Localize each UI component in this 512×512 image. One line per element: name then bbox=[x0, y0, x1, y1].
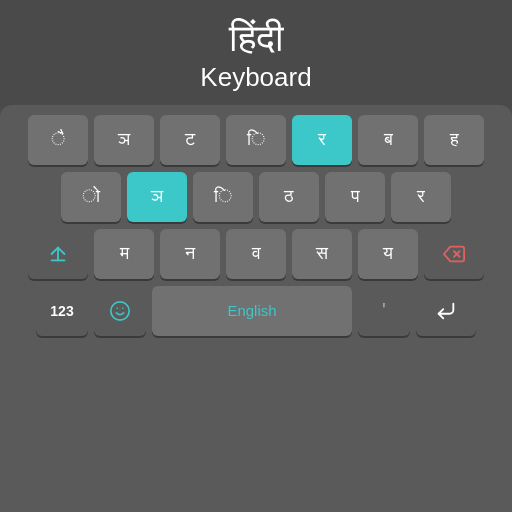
key-ra[interactable]: र bbox=[391, 172, 451, 222]
shift-key[interactable] bbox=[28, 229, 88, 279]
key-row-2: ो ञ ि ठ प र bbox=[6, 172, 506, 222]
svg-point-3 bbox=[111, 302, 129, 320]
key-pa[interactable]: प bbox=[325, 172, 385, 222]
key-ha[interactable]: ह bbox=[424, 115, 484, 165]
key-o[interactable]: ो bbox=[61, 172, 121, 222]
key-i[interactable]: ि bbox=[226, 115, 286, 165]
key-nya[interactable]: ञ bbox=[94, 115, 154, 165]
emoji-key[interactable] bbox=[94, 286, 146, 336]
app-header: हिंदी Keyboard bbox=[0, 0, 512, 105]
key-row-3: म न व स य bbox=[6, 229, 506, 279]
key-ya[interactable]: य bbox=[358, 229, 418, 279]
comma-key[interactable]: ' bbox=[358, 286, 410, 336]
key-ma[interactable]: म bbox=[94, 229, 154, 279]
key-ba[interactable]: ब bbox=[358, 115, 418, 165]
key-na[interactable]: न bbox=[160, 229, 220, 279]
enter-key[interactable] bbox=[416, 286, 476, 336]
key-row-1: ै ञ ट ि र ब ह bbox=[6, 115, 506, 165]
backspace-key[interactable] bbox=[424, 229, 484, 279]
key-row-4: 123 English ' bbox=[6, 286, 506, 336]
keyboard-label: Keyboard bbox=[10, 62, 502, 93]
key-ai[interactable]: ै bbox=[28, 115, 88, 165]
numbers-key[interactable]: 123 bbox=[36, 286, 88, 336]
hindi-title: हिंदी bbox=[10, 18, 502, 60]
key-i2[interactable]: ि bbox=[193, 172, 253, 222]
key-tha[interactable]: ठ bbox=[259, 172, 319, 222]
key-sa[interactable]: स bbox=[292, 229, 352, 279]
key-three-accent[interactable]: ञ bbox=[127, 172, 187, 222]
keyboard-area: ै ञ ट ि र ब ह ो ञ ि ठ प र म न व स य bbox=[0, 105, 512, 512]
key-va[interactable]: व bbox=[226, 229, 286, 279]
english-key[interactable]: English bbox=[152, 286, 352, 336]
key-ra-accent[interactable]: र bbox=[292, 115, 352, 165]
key-ta[interactable]: ट bbox=[160, 115, 220, 165]
